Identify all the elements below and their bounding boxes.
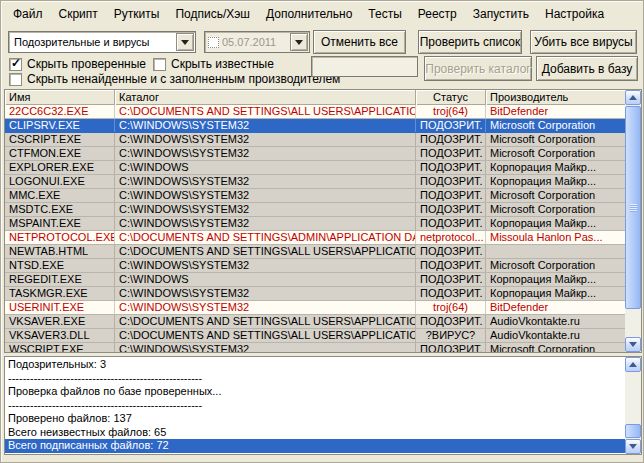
date-checkbox[interactable] (208, 37, 219, 48)
menu-item[interactable]: Запустить (465, 5, 537, 23)
hide-known-label: Скрыть известные (171, 57, 274, 71)
log-line[interactable]: Проверено файлов: 137 (5, 412, 625, 426)
file-path-cell: C:\DOCUMENTS AND SETTINGS\ALL USERS\APPL… (115, 329, 416, 342)
log-line[interactable]: ----------------------------------------… (5, 372, 625, 386)
menu-item[interactable]: Дополнительно (258, 5, 360, 23)
date-picker[interactable]: 05.07.2011 (204, 31, 310, 53)
table-row[interactable]: MMC.EXE C:\WINDOWS\SYSTEM32 ПОДОЗРИТ. Mi… (5, 189, 625, 203)
dropdown-button[interactable] (176, 33, 194, 51)
table-row[interactable]: WSCRIPT.EXE C:\WINDOWS\SYSTEM32 ПОДОЗРИТ… (5, 343, 625, 352)
table-row[interactable]: 22CC6C32.EXE C:\DOCUMENTS AND SETTINGS\A… (5, 105, 625, 119)
file-path-cell: C:\WINDOWS\SYSTEM32 (115, 287, 416, 300)
file-vendor-cell: Missoula Hanlon Pas... (486, 231, 625, 244)
filter-dropdown[interactable]: Подозрительные и вирусы (8, 31, 196, 53)
file-status-cell: ПОДОЗРИТ. (416, 147, 486, 160)
file-path-cell: C:\DOCUMENTS AND SETTINGS\ALL USERS\APPL… (115, 245, 416, 258)
table-row[interactable]: EXPLORER.EXE C:\WINDOWS ПОДОЗРИТ. Корпор… (5, 161, 625, 175)
column-header-status[interactable]: Статус (416, 90, 486, 105)
scroll-down-button[interactable] (625, 337, 641, 352)
file-path-cell: C:\WINDOWS\SYSTEM32 (115, 189, 416, 202)
check-list-button[interactable]: Проверить список (418, 30, 522, 54)
log-line[interactable]: Всего неизвестных файлов: 65 (5, 426, 625, 440)
table-row[interactable]: CTFMON.EXE C:\WINDOWS\SYSTEM32 ПОДОЗРИТ.… (5, 147, 625, 161)
scroll-up-button[interactable] (625, 90, 641, 105)
file-vendor-cell: Корпорация Майкр... (486, 161, 625, 174)
file-vendor-cell: AudioVkontakte.ru (486, 329, 625, 342)
hide-known-checkbox[interactable]: ✓ Скрыть известные (153, 57, 274, 71)
menu-item[interactable]: Скрипт (51, 5, 106, 23)
checkbox-icon[interactable]: ✓ (9, 73, 22, 86)
scroll-up-button[interactable] (625, 357, 641, 372)
log-line[interactable]: ----------------------------------------… (5, 399, 625, 413)
table-row[interactable]: VKSAVER3.DLL C:\DOCUMENTS AND SETTINGS\A… (5, 329, 625, 343)
file-name-cell: REGEDIT.EXE (5, 273, 115, 286)
table-row[interactable]: MSDTC.EXE C:\WINDOWS\SYSTEM32 ПОДОЗРИТ. … (5, 203, 625, 217)
table-row[interactable]: TASKMGR.EXE C:\WINDOWS\SYSTEM32 ПОДОЗРИТ… (5, 287, 625, 301)
table-row[interactable]: MSPAINT.EXE C:\WINDOWS\SYSTEM32 ПОДОЗРИТ… (5, 217, 625, 231)
table-row[interactable]: NTSD.EXE C:\WINDOWS\SYSTEM32 ПОДОЗРИТ. M… (5, 259, 625, 273)
file-vendor-cell: Microsoft Corporation (486, 259, 625, 272)
check-folder-button[interactable]: Проверить каталог (424, 56, 532, 81)
hide-checked-label: Скрыть проверенные (27, 57, 146, 71)
filter-dropdown-value: Подозрительные и вирусы (9, 36, 176, 48)
checkbox-icon[interactable]: ✓ (153, 58, 166, 71)
log-line[interactable]: Подозрительных: 3 (5, 358, 625, 372)
date-dropdown-button[interactable] (290, 33, 308, 51)
file-status-cell: ПОДОЗРИТ. (416, 245, 486, 258)
table-row[interactable]: VKSAVER.EXE C:\DOCUMENTS AND SETTINGS\AL… (5, 315, 625, 329)
table-row[interactable]: CLIPSRV.EXE C:\WINDOWS\SYSTEM32 ПОДОЗРИТ… (5, 119, 625, 133)
file-status-cell: ПОДОЗРИТ. (416, 273, 486, 286)
file-status-cell: ПОДОЗРИТ. (416, 287, 486, 300)
menu-item[interactable]: Файл (5, 5, 51, 23)
log-line[interactable]: Проверка файлов по базе проверенных... (5, 385, 625, 399)
log-line[interactable]: Всего подписанных файлов: 72 (5, 439, 625, 453)
folder-path-input[interactable] (311, 56, 418, 77)
column-header-path[interactable]: Каталог (115, 90, 416, 105)
file-status-cell: troj(64) (416, 301, 486, 314)
menu-item[interactable]: Руткиты (106, 5, 168, 23)
table-row[interactable]: LOGONUI.EXE C:\WINDOWS\SYSTEM32 ПОДОЗРИТ… (5, 175, 625, 189)
log-scrollbar[interactable] (625, 357, 641, 454)
menu-item[interactable]: Реестр (410, 5, 465, 23)
file-table: Имя Каталог Статус Производитель 22CC6C3… (4, 89, 642, 353)
file-name-cell: NEWTAB.HTML (5, 245, 115, 258)
table-row[interactable]: USERINIT.EXE C:\WINDOWS\SYSTEM32 troj(64… (5, 301, 625, 315)
scrollbar-thumb[interactable] (625, 106, 641, 309)
file-status-cell: ПОДОЗРИТ. (416, 203, 486, 216)
column-header-vendor[interactable]: Производитель (486, 90, 641, 105)
checkbox-icon[interactable]: ✓ (9, 58, 22, 71)
scroll-up-icon (629, 362, 637, 367)
file-status-cell: ПОДОЗРИТ. (416, 315, 486, 328)
chevron-down-icon (181, 40, 189, 45)
hide-notfound-checkbox[interactable]: ✓ Скрыть ненайденные и с заполненным про… (9, 72, 340, 86)
table-scrollbar[interactable] (625, 90, 641, 352)
table-row[interactable]: NETPROTOCOL.EXE C:\DOCUMENTS AND SETTING… (5, 231, 625, 245)
file-status-cell: ПОДОЗРИТ. (416, 161, 486, 174)
hide-notfound-label: Скрыть ненайденные и с заполненным произ… (27, 72, 340, 86)
file-name-cell: CTFMON.EXE (5, 147, 115, 160)
table-header: Имя Каталог Статус Производитель (5, 90, 641, 105)
kill-all-viruses-button[interactable]: Убить все вирусы (530, 30, 637, 54)
add-to-base-button[interactable]: Добавить в базу (536, 56, 638, 81)
file-path-cell: C:\WINDOWS (115, 273, 416, 286)
table-row[interactable]: CSCRIPT.EXE C:\WINDOWS\SYSTEM32 ПОДОЗРИТ… (5, 133, 625, 147)
file-name-cell: WSCRIPT.EXE (5, 343, 115, 352)
file-vendor-cell: Microsoft Corporation (486, 147, 625, 160)
table-row[interactable]: REGEDIT.EXE C:\WINDOWS ПОДОЗРИТ. Корпора… (5, 273, 625, 287)
file-name-cell: MSDTC.EXE (5, 203, 115, 216)
file-status-cell: netprotocol... (416, 231, 486, 244)
file-name-cell: LOGONUI.EXE (5, 175, 115, 188)
file-vendor-cell: Microsoft Corporation (486, 189, 625, 202)
table-row[interactable]: NEWTAB.HTML C:\DOCUMENTS AND SETTINGS\AL… (5, 245, 625, 259)
cancel-all-button[interactable]: Отменить все (313, 30, 406, 54)
scroll-down-button[interactable] (625, 439, 641, 454)
scrollbar-thumb[interactable] (625, 424, 641, 438)
menu-item[interactable]: Настройка (537, 5, 612, 23)
hide-checked-checkbox[interactable]: ✓ Скрыть проверенные (9, 57, 146, 71)
menu-item[interactable]: Тесты (360, 5, 409, 23)
column-header-name[interactable]: Имя (5, 90, 115, 105)
menu-item[interactable]: Подпись/Хэш (167, 5, 258, 23)
file-name-cell: 22CC6C32.EXE (5, 105, 115, 118)
file-name-cell: NTSD.EXE (5, 259, 115, 272)
scroll-up-icon (629, 95, 637, 100)
